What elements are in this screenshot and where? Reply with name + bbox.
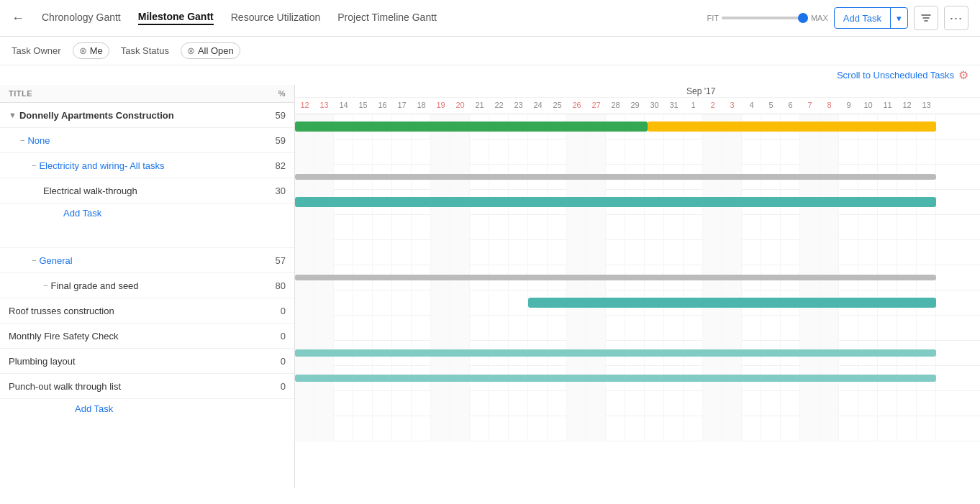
add-task-row-2: Add Task xyxy=(0,399,294,418)
tab-chronology[interactable]: Chronology Gantt xyxy=(42,12,121,24)
add-task-dropdown-arrow[interactable]: ▾ xyxy=(891,9,907,27)
gantt-row xyxy=(295,165,980,190)
gantt-row xyxy=(295,240,980,265)
add-task-button[interactable]: Add Task ▾ xyxy=(834,7,908,29)
task-row: Roof trusses construction 0 xyxy=(0,298,294,324)
right-panel[interactable]: Sep '17121314151617181920212223242526272… xyxy=(295,85,980,488)
task-pct: 57 xyxy=(257,255,286,266)
add-task-link-2[interactable]: Add Task xyxy=(43,398,122,420)
date-cell: 6 xyxy=(781,101,800,111)
gantt-container: TITLE % ▼ Donnelly Apartments Constructi… xyxy=(0,85,980,488)
main-header: ← Chronology Gantt Milestone Gantt Resou… xyxy=(0,0,980,37)
date-cell: 25 xyxy=(548,101,567,111)
gantt-bar xyxy=(295,375,936,382)
filter-icon xyxy=(920,12,932,24)
date-cell: 17 xyxy=(392,101,412,111)
task-name[interactable]: Final grade and seed xyxy=(50,280,257,291)
task-pct: 0 xyxy=(257,356,286,367)
month-sep-label: Sep '17 xyxy=(684,86,936,96)
add-task-label[interactable]: Add Task xyxy=(835,9,890,27)
date-cell: 28 xyxy=(606,101,625,111)
gantt-row xyxy=(295,190,980,215)
zoom-thumb[interactable] xyxy=(798,13,808,23)
gantt-chart: Sep '17121314151617181920212223242526272… xyxy=(295,85,980,441)
task-pct: 59 xyxy=(257,110,286,121)
date-cell: 21 xyxy=(470,101,489,111)
gantt-bar xyxy=(295,197,936,207)
task-pct: 0 xyxy=(257,306,286,316)
task-name[interactable]: Monthly Fire Safety Check xyxy=(9,331,257,342)
gantt-bar xyxy=(295,174,936,180)
more-button[interactable]: ··· xyxy=(944,6,968,30)
gantt-bar xyxy=(295,349,936,357)
date-cell: 12 xyxy=(295,101,314,111)
title-column-header: TITLE xyxy=(9,89,257,98)
tab-milestone[interactable]: Milestone Gantt xyxy=(138,11,214,25)
task-name[interactable]: General xyxy=(39,255,257,266)
date-cell: 29 xyxy=(625,101,645,111)
task-name[interactable]: Punch-out walk through list xyxy=(9,381,257,392)
tab-project[interactable]: Project Timeline Gantt xyxy=(337,12,437,24)
back-button[interactable]: ← xyxy=(12,11,24,26)
task-pct: 0 xyxy=(257,331,286,342)
gantt-row xyxy=(295,366,980,391)
date-cell: 16 xyxy=(373,101,392,111)
settings-icon[interactable]: ⚙ xyxy=(958,68,968,82)
gantt-bar xyxy=(295,275,936,280)
spacer-row xyxy=(0,223,294,248)
task-row: − Final grade and seed 80 xyxy=(0,273,294,298)
task-name[interactable]: None xyxy=(27,135,257,146)
date-cell: 10 xyxy=(858,101,878,111)
pct-column-header: % xyxy=(257,89,286,98)
tab-resource[interactable]: Resource Utilization xyxy=(231,12,321,24)
date-cell: 20 xyxy=(450,101,470,111)
date-cell: 2 xyxy=(703,101,722,111)
gantt-row xyxy=(295,114,980,139)
date-cell: 27 xyxy=(586,101,606,111)
toggle-icon[interactable]: − xyxy=(20,136,24,145)
task-row: − General 57 xyxy=(0,248,294,273)
zoom-max-label: MAX xyxy=(811,14,828,22)
date-cell: 12 xyxy=(897,101,917,111)
date-cell: 30 xyxy=(645,101,664,111)
date-cell: 4 xyxy=(742,101,761,111)
toggle-icon[interactable]: − xyxy=(32,256,36,265)
add-task-link[interactable]: Add Task xyxy=(32,202,110,224)
filter-status-chip[interactable]: ⊗ All Open xyxy=(181,42,240,59)
gantt-row xyxy=(295,139,980,165)
date-cell: 23 xyxy=(509,101,528,111)
toggle-icon[interactable]: − xyxy=(43,281,47,290)
task-name[interactable]: Electricity and wiring- All tasks xyxy=(39,160,257,171)
task-name[interactable]: Donnelly Apartments Construction xyxy=(19,110,257,121)
date-cell: 9 xyxy=(839,101,858,111)
task-pct: 0 xyxy=(257,381,286,392)
zoom-track[interactable] xyxy=(722,17,808,19)
gantt-row xyxy=(295,215,980,240)
date-cell: 22 xyxy=(489,101,509,111)
task-name[interactable]: Roof trusses construction xyxy=(9,306,257,316)
filter-status-x[interactable]: ⊗ xyxy=(187,45,195,56)
date-cell: 31 xyxy=(664,101,684,111)
task-row: − None 59 xyxy=(0,128,294,153)
filter-status-value: All Open xyxy=(198,45,234,56)
task-name[interactable]: Electrical walk-through xyxy=(43,185,257,196)
gantt-row xyxy=(295,316,980,341)
task-row: Plumbing layout 0 xyxy=(0,349,294,374)
filter-owner-x[interactable]: ⊗ xyxy=(79,45,87,56)
date-cell: 3 xyxy=(722,101,742,111)
gantt-row xyxy=(295,341,980,366)
date-cell: 19 xyxy=(431,101,450,111)
gantt-row xyxy=(295,391,980,416)
scroll-to-unscheduled-link[interactable]: Scroll to Unscheduled Tasks xyxy=(837,70,954,81)
task-name[interactable]: Plumbing layout xyxy=(9,356,257,367)
toggle-icon[interactable]: − xyxy=(32,161,36,170)
filter-owner-chip[interactable]: ⊗ Me xyxy=(73,42,109,59)
filter-bar: Task Owner ⊗ Me Task Status ⊗ All Open xyxy=(0,37,980,65)
toggle-icon[interactable]: ▼ xyxy=(9,111,17,119)
left-panel: TITLE % ▼ Donnelly Apartments Constructi… xyxy=(0,85,295,488)
date-cell: 5 xyxy=(761,101,781,111)
date-cell: 14 xyxy=(334,101,353,111)
filter-button[interactable] xyxy=(914,6,938,30)
task-row: ▼ Donnelly Apartments Construction 59 xyxy=(0,103,294,128)
date-cell: 26 xyxy=(567,101,586,111)
